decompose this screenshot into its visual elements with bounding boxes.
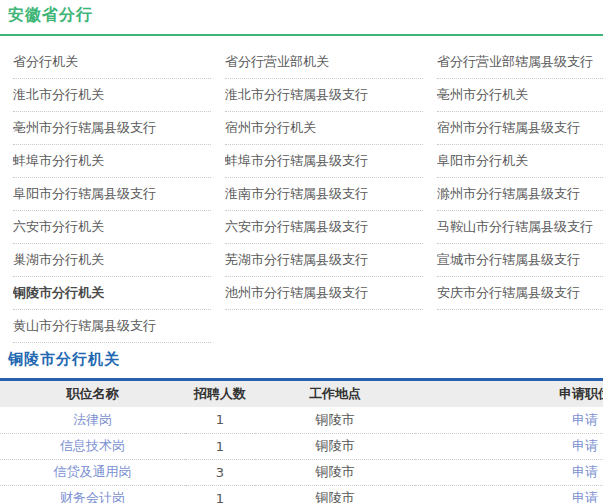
- branch-link[interactable]: 芜湖市分行辖属县级支行: [225, 244, 423, 277]
- branch-link[interactable]: 宿州市分行机关: [225, 112, 423, 145]
- table-row: 法律岗 1 铜陵市 申请: [0, 407, 603, 433]
- branch-link[interactable]: 池州市分行辖属县级支行: [225, 277, 423, 310]
- location-value: 铜陵市: [255, 433, 415, 459]
- branch-link[interactable]: 六安市分行辖属县级支行: [225, 211, 423, 244]
- apply-link[interactable]: 申请: [572, 412, 598, 427]
- table-row: 信贷及通用岗 3 铜陵市 申请: [0, 459, 603, 485]
- position-link[interactable]: 信息技术岗: [60, 438, 125, 453]
- column-header-headcount: 招聘人数: [185, 381, 255, 407]
- branch-link[interactable]: 淮北市分行辖属县级支行: [225, 79, 423, 112]
- position-link[interactable]: 信贷及通用岗: [54, 464, 132, 479]
- column-header-apply: 申请职位: [415, 381, 603, 407]
- branch-link[interactable]: 省分行营业部辖属县级支行: [437, 46, 603, 79]
- branch-link[interactable]: 阜阳市分行机关: [437, 145, 603, 178]
- branch-link[interactable]: 省分行机关: [13, 46, 211, 79]
- apply-link[interactable]: 申请: [572, 464, 598, 479]
- branch-link[interactable]: 六安市分行机关: [13, 211, 211, 244]
- branch-link[interactable]: 省分行营业部机关: [225, 46, 423, 79]
- recruitment-page: 安徽省分行 省分行机关 省分行营业部机关 省分行营业部辖属县级支行 淮北市分行机…: [0, 0, 603, 503]
- headcount-value: 1: [185, 485, 255, 503]
- branch-link[interactable]: 安庆市分行辖属县级支行: [437, 277, 603, 310]
- job-table: 职位名称 招聘人数 工作地点 申请职位 法律岗 1 铜陵市 申请 信息技术岗 1…: [0, 381, 603, 503]
- branch-link[interactable]: 淮南市分行辖属县级支行: [225, 178, 423, 211]
- column-header-position: 职位名称: [0, 381, 185, 407]
- column-header-location: 工作地点: [255, 381, 415, 407]
- position-link[interactable]: 财务会计岗: [60, 490, 125, 503]
- branch-link[interactable]: 蚌埠市分行辖属县级支行: [225, 145, 423, 178]
- table-row: 信息技术岗 1 铜陵市 申请: [0, 433, 603, 459]
- city-branch-title: 铜陵市分行机关: [0, 347, 603, 381]
- location-value: 铜陵市: [255, 407, 415, 433]
- branch-link[interactable]: 马鞍山市分行辖属县级支行: [437, 211, 603, 244]
- job-table-header-row: 职位名称 招聘人数 工作地点 申请职位: [0, 381, 603, 407]
- branch-link-current[interactable]: 铜陵市分行机关: [13, 277, 211, 310]
- province-branch-title: 安徽省分行: [0, 0, 603, 36]
- branch-link[interactable]: 亳州市分行辖属县级支行: [13, 112, 211, 145]
- location-value: 铜陵市: [255, 459, 415, 485]
- branch-link[interactable]: 滁州市分行辖属县级支行: [437, 178, 603, 211]
- branch-link[interactable]: 巢湖市分行机关: [13, 244, 211, 277]
- branch-link[interactable]: 黄山市分行辖属县级支行: [13, 310, 211, 343]
- branch-link[interactable]: 淮北市分行机关: [13, 79, 211, 112]
- apply-link[interactable]: 申请: [572, 490, 598, 503]
- location-value: 铜陵市: [255, 485, 415, 503]
- table-row: 财务会计岗 1 铜陵市 申请: [0, 485, 603, 503]
- branch-link[interactable]: 宣城市分行辖属县级支行: [437, 244, 603, 277]
- branch-link[interactable]: 阜阳市分行辖属县级支行: [13, 178, 211, 211]
- branch-link[interactable]: 蚌埠市分行机关: [13, 145, 211, 178]
- apply-link[interactable]: 申请: [572, 438, 598, 453]
- branch-grid: 省分行机关 省分行营业部机关 省分行营业部辖属县级支行 淮北市分行机关 淮北市分…: [0, 36, 603, 343]
- headcount-value: 3: [185, 459, 255, 485]
- headcount-value: 1: [185, 433, 255, 459]
- headcount-value: 1: [185, 407, 255, 433]
- branch-link[interactable]: 亳州市分行机关: [437, 79, 603, 112]
- branch-link[interactable]: 宿州市分行辖属县级支行: [437, 112, 603, 145]
- position-link[interactable]: 法律岗: [73, 412, 112, 427]
